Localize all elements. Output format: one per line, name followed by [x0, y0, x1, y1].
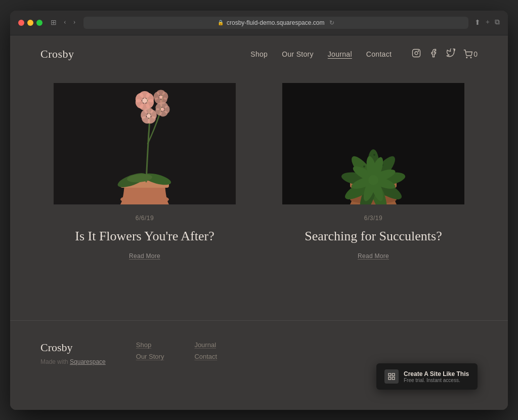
- svg-point-17: [142, 98, 147, 103]
- minimize-button[interactable]: [27, 20, 33, 26]
- browser-actions: ⬆ + ⧉: [474, 18, 500, 27]
- squarespace-link[interactable]: Squarespace: [70, 358, 106, 365]
- nav-journal[interactable]: Journal: [328, 50, 352, 58]
- facebook-icon[interactable]: [429, 49, 438, 60]
- read-more-1[interactable]: Read More: [129, 253, 160, 260]
- svg-point-2: [418, 51, 419, 51]
- svg-point-4: [470, 57, 471, 58]
- footer-link-our-story[interactable]: Our Story: [136, 353, 164, 360]
- badge-icon: [384, 369, 399, 384]
- blog-date-1: 6/6/19: [136, 215, 154, 222]
- svg-point-52: [363, 165, 365, 167]
- footer-left: Crosby Made with Squarespace: [40, 341, 106, 365]
- nav-links: Shop Our Story Journal Contact: [250, 50, 392, 58]
- svg-point-64: [368, 175, 378, 185]
- traffic-lights: [18, 20, 42, 26]
- badge-main-text: Create A Site Like This: [404, 370, 469, 377]
- nav-contact[interactable]: Contact: [366, 50, 392, 58]
- tabs-icon[interactable]: ⧉: [495, 18, 500, 27]
- footer-nav-col2: Journal Contact: [194, 341, 217, 360]
- squarespace-badge[interactable]: Create A Site Like This Free trial. Inst…: [376, 363, 478, 390]
- footer-nav-col1: Shop Our Story: [136, 341, 164, 360]
- nav-shop[interactable]: Shop: [250, 50, 268, 58]
- new-tab-icon[interactable]: +: [486, 18, 490, 27]
- blog-image-2[interactable]: [269, 83, 478, 204]
- svg-rect-68: [388, 377, 391, 380]
- svg-point-29: [159, 95, 163, 99]
- svg-rect-65: [388, 373, 391, 376]
- blog-title-1: Is It Flowers You're After?: [75, 228, 214, 245]
- browser-controls: ⊞ ‹ ›: [49, 17, 77, 28]
- lock-icon: 🔒: [218, 20, 224, 25]
- nav-our-story[interactable]: Our Story: [282, 50, 314, 58]
- svg-rect-67: [392, 377, 395, 380]
- twitter-icon[interactable]: [446, 49, 455, 60]
- share-icon[interactable]: ⬆: [474, 18, 481, 27]
- footer-logo[interactable]: Crosby: [40, 341, 106, 354]
- read-more-2[interactable]: Read More: [358, 253, 389, 260]
- address-bar[interactable]: 🔒 crosby-fluid-demo.squarespace.com ↻: [83, 17, 468, 29]
- badge-sub-text: Free trial. Instant access.: [404, 377, 469, 383]
- back-button[interactable]: ‹: [62, 17, 68, 28]
- svg-rect-66: [392, 373, 395, 376]
- footer-link-shop[interactable]: Shop: [136, 341, 164, 349]
- cart-icon[interactable]: 0: [463, 50, 478, 59]
- blog-card-2: 6/3/19 Searching for Succulents? Read Mo…: [269, 83, 478, 260]
- main-nav: Crosby Shop Our Story Journal Contact: [10, 35, 508, 73]
- sidebar-toggle-icon[interactable]: ⊞: [49, 17, 59, 28]
- forward-button[interactable]: ›: [71, 17, 78, 28]
- main-content: 6/6/19 Is It Flowers You're After? Read …: [10, 73, 508, 321]
- site-logo[interactable]: Crosby: [40, 48, 250, 61]
- svg-rect-0: [413, 49, 420, 57]
- blog-card-1: 6/6/19 Is It Flowers You're After? Read …: [40, 83, 249, 260]
- refresh-icon[interactable]: ↻: [329, 19, 334, 26]
- svg-point-35: [161, 107, 164, 111]
- maximize-button[interactable]: [36, 20, 42, 26]
- browser-window: ⊞ ‹ › 🔒 crosby-fluid-demo.squarespace.co…: [10, 11, 508, 410]
- footer-link-journal[interactable]: Journal: [194, 341, 217, 349]
- svg-point-3: [466, 57, 467, 58]
- cart-count: 0: [473, 50, 478, 58]
- svg-point-1: [415, 52, 418, 55]
- blog-title-2: Searching for Succulents?: [305, 228, 442, 245]
- browser-chrome: ⊞ ‹ › 🔒 crosby-fluid-demo.squarespace.co…: [10, 11, 508, 35]
- footer-made-with: Made with Squarespace: [40, 358, 106, 365]
- blog-date-2: 6/3/19: [364, 215, 382, 222]
- blog-grid: 6/6/19 Is It Flowers You're After? Read …: [40, 83, 478, 260]
- blog-image-1[interactable]: [40, 83, 249, 204]
- footer-link-contact[interactable]: Contact: [194, 353, 217, 360]
- svg-point-49: [373, 154, 375, 156]
- badge-text: Create A Site Like This Free trial. Inst…: [404, 370, 469, 383]
- website-content: Crosby Shop Our Story Journal Contact: [10, 35, 508, 410]
- url-text: crosby-fluid-demo.squarespace.com: [227, 19, 324, 26]
- instagram-icon[interactable]: [412, 49, 421, 60]
- svg-point-23: [147, 114, 151, 118]
- close-button[interactable]: [18, 20, 24, 26]
- nav-social: 0: [412, 49, 478, 60]
